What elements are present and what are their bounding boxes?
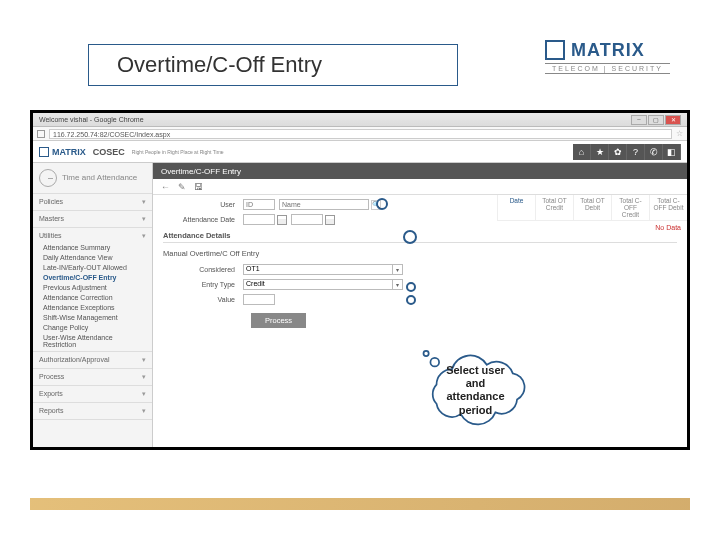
sidebar-item-daily-attendance-view[interactable]: Daily Attendance View <box>33 252 152 262</box>
sidebar-item-change-policy[interactable]: Change Policy <box>33 322 152 332</box>
sidebar-item-userwise-att-restriction[interactable]: User-Wise Attendance Restriction <box>33 332 152 349</box>
app-header: MATRIX COSEC Right People in Right Place… <box>33 141 687 163</box>
sidebar-item-shift-wise-mgmt[interactable]: Shift-Wise Management <box>33 312 152 322</box>
user-id-input[interactable] <box>243 199 275 210</box>
chevron-down-icon: ▾ <box>393 279 403 290</box>
sidebar-section-authorization[interactable]: Authorization/Approval▾ <box>33 354 152 366</box>
sidebar-item-late-early-allowed[interactable]: Late-IN/Early-OUT Allowed <box>33 262 152 272</box>
considered-dropdown[interactable]: OT1 ▾ <box>243 264 403 275</box>
logo-square-icon <box>545 40 565 60</box>
app-brand-logo-icon <box>39 147 49 157</box>
value-input[interactable] <box>243 294 275 305</box>
label-entry-type: Entry Type <box>163 281 243 288</box>
calendar-to-icon[interactable] <box>325 215 335 225</box>
window-minimize-button[interactable]: – <box>631 115 647 125</box>
bookmark-star-icon[interactable]: ☆ <box>676 129 683 138</box>
page-icon <box>37 130 45 138</box>
browser-tab-bar: Welcome vishal - Google Chrome – ▢ ✕ <box>33 113 687 127</box>
attendance-date-from-input[interactable] <box>243 214 275 225</box>
sidebar-section-utilities[interactable]: Utilities▾ <box>33 230 152 242</box>
content-toolbar: ← ✎ 🖫 <box>153 179 687 195</box>
edit-icon[interactable]: ✎ <box>178 182 186 192</box>
home-icon[interactable]: ⌂ <box>573 144 591 160</box>
window-close-button[interactable]: ✕ <box>665 115 681 125</box>
help-icon[interactable]: ? <box>627 144 645 160</box>
sidebar-section-exports[interactable]: Exports▾ <box>33 388 152 400</box>
entry-type-dropdown[interactable]: Credit ▾ <box>243 279 403 290</box>
calendar-from-icon[interactable] <box>277 215 287 225</box>
save-icon[interactable]: 🖫 <box>194 182 203 192</box>
header-actions: ⌂ ★ ✿ ? ✆ ◧ <box>573 144 681 160</box>
back-icon[interactable]: ← <box>161 182 170 192</box>
window-controls: – ▢ ✕ <box>631 115 681 125</box>
clock-icon <box>39 169 57 187</box>
app-frame: Welcome vishal - Google Chrome – ▢ ✕ 116… <box>30 110 690 450</box>
browser-tab-title: Welcome vishal - Google Chrome <box>39 116 144 123</box>
address-bar: 116.72.250.74:82/COSEC/Index.aspx ☆ <box>33 127 687 141</box>
sidebar-section-process[interactable]: Process▾ <box>33 371 152 383</box>
process-button[interactable]: Process <box>251 313 306 328</box>
app-tagline: Right People in Right Place at Right Tim… <box>132 149 224 155</box>
totals-col-coff-credit: Total C-OFF Credit <box>611 195 649 220</box>
app-brand-text: MATRIX <box>52 147 86 157</box>
logo-subtitle: TELECOM | SECURITY <box>545 63 670 74</box>
sidebar-section-masters[interactable]: Masters▾ <box>33 213 152 225</box>
user-lookup-icon[interactable]: 🔍 <box>371 200 381 210</box>
chevron-down-icon: ▾ <box>393 264 403 275</box>
url-field[interactable]: 116.72.250.74:82/COSEC/Index.aspx <box>49 129 672 139</box>
window-maximize-button[interactable]: ▢ <box>648 115 664 125</box>
user-name-input[interactable] <box>279 199 369 210</box>
sidebar-item-attendance-summary[interactable]: Attendance Summary <box>33 242 152 252</box>
sidebar-section-reports[interactable]: Reports▾ <box>33 405 152 417</box>
slide-title: Overtime/C-Off Entry <box>117 52 322 78</box>
callout-cloud: Select user and attendance period <box>408 350 543 428</box>
totals-col-ot-debit: Total OT Debit <box>573 195 611 220</box>
sidebar-item-overtime-coff-entry[interactable]: Overtime/C-OFF Entry <box>33 272 152 282</box>
svg-point-1 <box>424 351 429 356</box>
gear-icon[interactable]: ✿ <box>609 144 627 160</box>
sidebar-section-policies[interactable]: Policies▾ <box>33 196 152 208</box>
sidebar: Time and Attendance Policies▾ Masters▾ U… <box>33 163 153 447</box>
totals-col-coff-debit: Total C-OFF Debit <box>649 195 687 220</box>
label-attendance-date: Attendance Date <box>163 216 243 223</box>
slide-title-box: Overtime/C-Off Entry <box>88 44 458 86</box>
star-icon[interactable]: ★ <box>591 144 609 160</box>
app-brand: MATRIX COSEC Right People in Right Place… <box>39 147 573 157</box>
attendance-date-to-input[interactable] <box>291 214 323 225</box>
entry-type-value: Credit <box>243 279 393 290</box>
brand-logo: MATRIX TELECOM | SECURITY <box>545 40 670 74</box>
app-product-name: COSEC <box>93 147 125 157</box>
totals-panel: Date Total OT Credit Total OT Debit Tota… <box>497 195 687 234</box>
callout-text: Select user and attendance period <box>408 364 543 417</box>
footer-stripe <box>30 498 690 510</box>
label-user: User <box>163 201 243 208</box>
totals-date-label: Date <box>497 195 535 220</box>
logo-text: MATRIX <box>571 40 645 61</box>
considered-value: OT1 <box>243 264 393 275</box>
phone-icon[interactable]: ✆ <box>645 144 663 160</box>
label-considered: Considered <box>163 266 243 273</box>
section-manual-entry: Manual Overtime/C Off Entry <box>163 247 677 260</box>
totals-col-ot-credit: Total OT Credit <box>535 195 573 220</box>
label-value: Value <box>163 296 243 303</box>
widget-icon[interactable]: ◧ <box>663 144 681 160</box>
sidebar-item-attendance-exceptions[interactable]: Attendance Exceptions <box>33 302 152 312</box>
content-header: Overtime/C-OFF Entry <box>153 163 687 179</box>
sidebar-module-title: Time and Attendance <box>62 174 137 183</box>
sidebar-item-previous-adjustment[interactable]: Previous Adjustment <box>33 282 152 292</box>
main-content: Overtime/C-OFF Entry ← ✎ 🖫 User 🔍 Attend… <box>153 163 687 447</box>
sidebar-item-attendance-correction[interactable]: Attendance Correction <box>33 292 152 302</box>
no-data-label: No Data <box>497 220 687 234</box>
sidebar-module-header: Time and Attendance <box>33 163 152 194</box>
